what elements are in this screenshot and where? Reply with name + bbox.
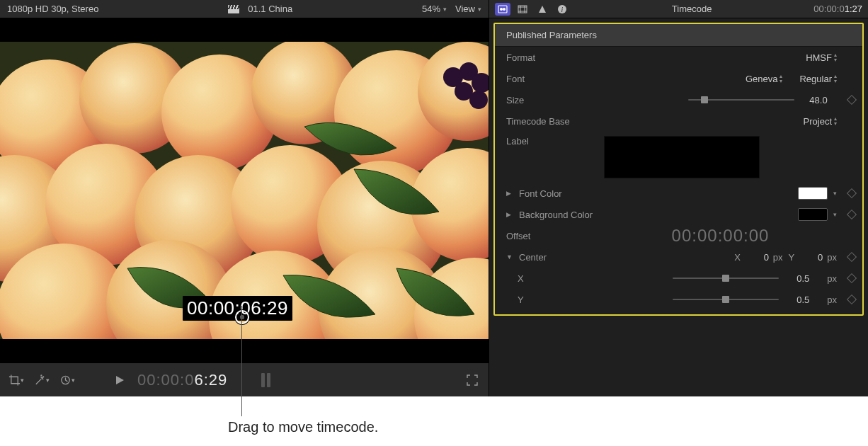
- viewer-header: 1080p HD 30p, Stereo 01.1 China 54% ▾ Vi…: [0, 0, 489, 18]
- param-row-offset: Offset 00:00:00:00: [495, 225, 862, 246]
- keyframe-button[interactable]: [847, 188, 857, 198]
- param-row-label: Label: [495, 132, 862, 183]
- effects-tool-menu[interactable]: ▾: [34, 372, 50, 388]
- published-parameters-panel: Published Parameters Format HMSF ▴▾ Font…: [493, 23, 864, 316]
- param-row-size: Size 48.0: [495, 89, 862, 110]
- param-row-font: Font Geneva ▴▾ Regular ▴▾: [495, 68, 862, 89]
- playhead-timecode[interactable]: 00:00:06:29: [137, 371, 227, 389]
- unit-label: px: [827, 252, 837, 263]
- param-label: X: [506, 273, 598, 284]
- param-row-center-y: Y 0.5 px: [495, 289, 862, 310]
- keyframe-button[interactable]: [847, 252, 857, 262]
- caption-text: Drag to move timecode.: [228, 419, 378, 435]
- unit-label: px: [827, 295, 837, 305]
- size-slider[interactable]: [688, 95, 794, 105]
- zoom-menu[interactable]: 54% ▾: [422, 4, 447, 14]
- audio-meter-icon: [261, 373, 270, 387]
- keyframe-button[interactable]: [847, 210, 857, 219]
- popup-value: Project: [804, 116, 832, 127]
- format-info: 1080p HD 30p, Stereo: [7, 4, 98, 14]
- updown-icon: ▴▾: [834, 74, 837, 84]
- chevron-down-icon[interactable]: ▾: [833, 211, 837, 218]
- keyframe-button[interactable]: [847, 95, 857, 105]
- disclosure-triangle-icon[interactable]: ▼: [506, 253, 513, 261]
- svg-text:i: i: [561, 6, 564, 13]
- param-row-format: Format HMSF ▴▾: [495, 47, 862, 68]
- clapperboard-icon: [228, 5, 239, 13]
- svg-point-23: [43, 376, 44, 377]
- size-value[interactable]: 48.0: [800, 95, 837, 105]
- x-slider[interactable]: [673, 273, 779, 283]
- retime-tool-menu[interactable]: ▾: [59, 372, 75, 388]
- center-x-field[interactable]: X 0 px: [734, 252, 782, 263]
- format-popup[interactable]: HMSF ▴▾: [806, 52, 837, 63]
- keyframe-button[interactable]: [847, 273, 857, 283]
- y-value[interactable]: 0.5: [784, 295, 821, 305]
- updown-icon: ▴▾: [834, 116, 837, 126]
- chevron-down-icon: ▾: [443, 6, 447, 13]
- param-row-font-color: ▶ Font Color ▾: [495, 183, 862, 204]
- unit-label: px: [827, 273, 837, 284]
- param-row-background-color: ▶ Background Color ▾: [495, 204, 862, 225]
- viewer-pane: 1080p HD 30p, Stereo 01.1 China 54% ▾ Vi…: [0, 0, 489, 396]
- clip-name[interactable]: 01.1 China: [248, 4, 292, 14]
- svg-point-27: [500, 8, 503, 11]
- zoom-value: 54%: [422, 4, 440, 14]
- bg-color-swatch[interactable]: [798, 208, 828, 221]
- fullscreen-button[interactable]: [464, 372, 480, 388]
- param-label: Font: [506, 74, 598, 84]
- tc-dim: 00:00:0: [813, 4, 844, 14]
- tc-bright: 6:29: [194, 371, 227, 389]
- param-label: Y: [506, 295, 598, 305]
- onscreen-control-handle[interactable]: [235, 310, 249, 324]
- video-inspector-tab[interactable]: [515, 3, 530, 16]
- param-label: Label: [506, 136, 598, 147]
- viewer-canvas[interactable]: 00:00:06:29: [0, 18, 489, 362]
- generator-inspector-tab[interactable]: [495, 3, 510, 16]
- info-inspector-tab[interactable]: i: [554, 3, 570, 16]
- playbar: ▾ ▾ ▾ 00:00:06:29: [0, 362, 489, 396]
- play-button[interactable]: [112, 372, 127, 388]
- callout-line: [241, 306, 242, 416]
- y-slider[interactable]: [673, 295, 779, 304]
- updown-icon: ▴▾: [780, 74, 782, 84]
- center-y-field[interactable]: Y 0 px: [789, 252, 837, 263]
- popup-value: Regular: [799, 74, 832, 84]
- font-style-popup[interactable]: Regular ▴▾: [799, 74, 837, 84]
- param-row-center-x: X 0.5 px: [495, 268, 862, 289]
- chevron-down-icon: ▾: [72, 377, 75, 384]
- param-label: Timecode Base: [506, 116, 598, 127]
- app-frame: 1080p HD 30p, Stereo 01.1 China 54% ▾ Vi…: [0, 0, 868, 396]
- tc-bright: 1:27: [845, 4, 862, 14]
- inspector-pane: i Timecode 00:00:01:27 Published Paramet…: [489, 0, 868, 396]
- param-label: Size: [506, 95, 598, 105]
- view-menu[interactable]: View ▾: [455, 4, 481, 14]
- color-inspector-tab[interactable]: [535, 3, 550, 16]
- chevron-down-icon[interactable]: ▾: [833, 190, 837, 197]
- param-label: Font Color: [519, 188, 604, 199]
- axis-value: 0: [799, 252, 823, 263]
- popup-value: HMSF: [806, 52, 832, 63]
- axis-value: 0: [745, 252, 769, 263]
- svg-point-22: [469, 91, 488, 109]
- section-header: Published Parameters: [495, 24, 862, 47]
- offset-timecode-field[interactable]: 00:00:00:00: [672, 226, 770, 246]
- timecode-base-popup[interactable]: Project ▴▾: [804, 116, 837, 127]
- font-color-swatch[interactable]: [798, 187, 828, 200]
- param-row-timecode-base: Timecode Base Project ▴▾: [495, 110, 862, 132]
- param-label: Format: [506, 52, 598, 63]
- disclosure-triangle-icon[interactable]: ▶: [506, 211, 513, 218]
- crop-tool-menu[interactable]: ▾: [8, 372, 24, 388]
- keyframe-button[interactable]: [847, 295, 857, 304]
- inspector-header: i Timecode 00:00:01:27: [489, 0, 868, 18]
- axis-label: Y: [789, 252, 795, 263]
- inspector-duration: 00:00:01:27: [813, 4, 862, 14]
- x-value[interactable]: 0.5: [784, 273, 821, 284]
- param-label: Center: [519, 252, 604, 263]
- param-row-center: ▼ Center X 0 px Y 0 px: [495, 246, 862, 268]
- disclosure-triangle-icon[interactable]: ▶: [506, 190, 513, 197]
- label-text-well[interactable]: [604, 136, 760, 178]
- font-family-popup[interactable]: Geneva ▴▾: [746, 74, 783, 84]
- unit-label: px: [773, 252, 783, 263]
- svg-point-24: [41, 374, 42, 375]
